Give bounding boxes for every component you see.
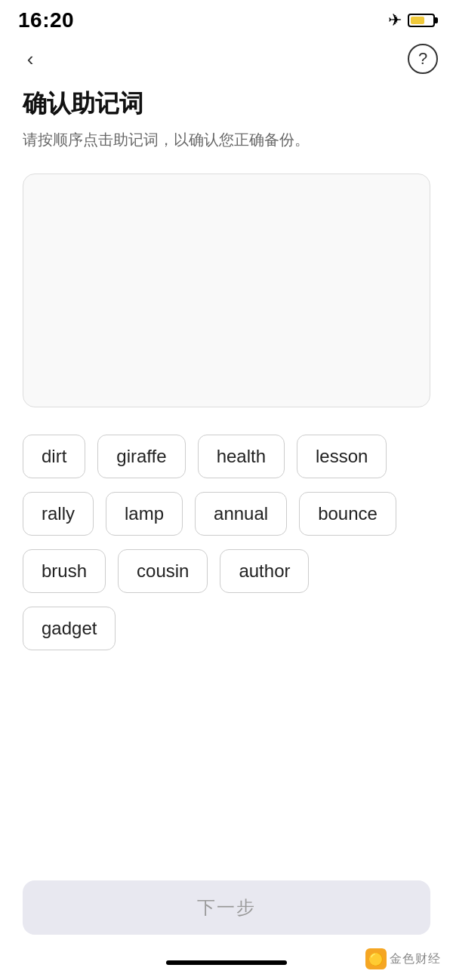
word-row-3: brush cousin author: [23, 549, 430, 593]
word-chip-gadget[interactable]: gadget: [23, 607, 116, 650]
word-input-area: [23, 174, 430, 407]
watermark-text: 金色财经: [390, 951, 441, 967]
back-button[interactable]: ‹: [15, 44, 45, 74]
word-chip-annual[interactable]: annual: [195, 492, 287, 536]
airplane-icon: ✈: [388, 11, 402, 30]
status-time: 16:20: [18, 8, 74, 32]
word-chip-lamp[interactable]: lamp: [106, 492, 183, 536]
nav-bar: ‹ ?: [0, 38, 453, 80]
word-chip-lesson[interactable]: lesson: [297, 435, 387, 478]
status-bar: 16:20 ✈: [0, 0, 453, 38]
page-subtitle: 请按顺序点击助记词，以确认您正确备份。: [23, 128, 430, 151]
word-row-4: gadget: [23, 607, 430, 650]
word-chip-health[interactable]: health: [198, 435, 285, 478]
page-title: 确认助记词: [23, 88, 430, 121]
word-chip-brush[interactable]: brush: [23, 549, 106, 593]
word-chip-rally[interactable]: rally: [23, 492, 94, 536]
word-chip-dirt[interactable]: dirt: [23, 435, 85, 478]
next-button-wrapper: 下一步: [23, 880, 430, 935]
word-row-1: dirt giraffe health lesson: [23, 435, 430, 478]
battery-icon: [408, 14, 435, 27]
word-chip-bounce[interactable]: bounce: [299, 492, 396, 536]
battery-fill: [411, 17, 424, 24]
word-chip-author[interactable]: author: [220, 549, 309, 593]
watermark-logo: 🟡: [365, 948, 387, 969]
home-indicator: [166, 960, 287, 965]
help-icon: ?: [418, 49, 427, 69]
word-chip-giraffe[interactable]: giraffe: [97, 435, 185, 478]
page-content: 确认助记词 请按顺序点击助记词，以确认您正确备份。 dirt giraffe h…: [0, 80, 453, 650]
watermark-logo-text: 🟡: [368, 952, 384, 966]
word-chips-container: dirt giraffe health lesson rally lamp an…: [23, 435, 430, 650]
status-icons: ✈: [388, 11, 435, 30]
back-chevron-icon: ‹: [27, 49, 34, 69]
help-button[interactable]: ?: [408, 44, 438, 74]
word-row-2: rally lamp annual bounce: [23, 492, 430, 536]
word-chip-cousin[interactable]: cousin: [118, 549, 208, 593]
next-button[interactable]: 下一步: [23, 880, 430, 935]
watermark: 🟡 金色财经: [365, 948, 441, 969]
